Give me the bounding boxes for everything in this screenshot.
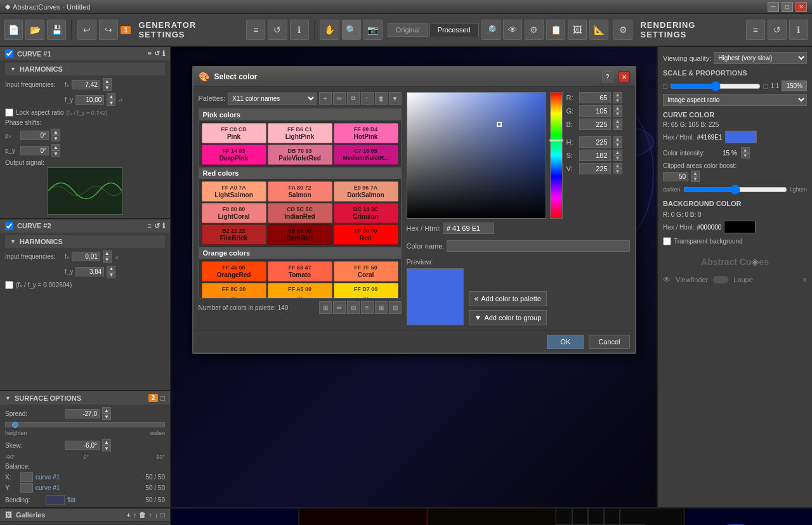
s-input[interactable] xyxy=(579,150,611,161)
pal-more-btn[interactable]: ▼ xyxy=(389,92,402,105)
px-input[interactable] xyxy=(20,131,49,140)
skew-input[interactable] xyxy=(65,441,100,450)
color-gold[interactable]: FF D7 00 ... xyxy=(334,283,398,299)
gallery-export-icon[interactable]: ↑ xyxy=(133,511,137,519)
intensity-down[interactable]: ▼ xyxy=(741,153,750,159)
v-input[interactable] xyxy=(579,163,611,174)
freq-y-up[interactable]: ▲ xyxy=(107,93,115,100)
color-palevioletred[interactable]: DB 70 93 PaleVioletRed xyxy=(268,145,332,165)
color-list[interactable]: Pink colors FF C0 CB Pink FF B6 C1 Light… xyxy=(199,108,402,299)
color-orangered[interactable]: FF 45 00 OrangeRed xyxy=(202,261,266,282)
freq-x-up[interactable]: ▲ xyxy=(103,78,112,84)
freq-y-down[interactable]: ▼ xyxy=(107,100,115,106)
thumb-3[interactable]: microphone grid xyxy=(556,509,684,525)
curve1-reset-icon[interactable]: ↺ xyxy=(154,49,160,58)
py-input[interactable] xyxy=(20,146,49,155)
dialog-help-button[interactable]: ? xyxy=(602,71,613,82)
h-input[interactable] xyxy=(579,136,611,148)
py-down[interactable]: ▼ xyxy=(51,150,60,157)
gallery-up-icon[interactable]: ↑ xyxy=(148,511,152,519)
color-darkorange[interactable]: FF 8C 00 ... xyxy=(202,283,266,299)
color-firebrick[interactable]: B2 22 22 FireBrick xyxy=(202,224,266,245)
view-icon-5[interactable]: 🖼 xyxy=(568,20,587,40)
pal-delete-btn[interactable]: 🗑 xyxy=(375,92,388,105)
px-up[interactable]: ▲ xyxy=(51,129,60,135)
curve2-menu-icon[interactable]: ≡ xyxy=(148,222,152,230)
freq-y-input[interactable] xyxy=(75,95,104,105)
camera-button[interactable]: 📷 xyxy=(363,20,383,40)
c2-freq-x-input[interactable] xyxy=(72,252,100,261)
zoom-tool-button[interactable]: 🔍 xyxy=(342,20,361,40)
redo-button[interactable]: ↪ xyxy=(99,20,118,40)
b-up[interactable]: ▲ xyxy=(613,119,622,124)
color-hotpink[interactable]: FF 69 B4 HotPink xyxy=(334,123,398,143)
g-down[interactable]: ▼ xyxy=(613,111,622,117)
footer-btn-6[interactable]: ⊟ xyxy=(389,301,402,314)
undo-button[interactable]: ↩ xyxy=(77,20,96,40)
rendering-reset-button[interactable]: ↺ xyxy=(768,20,787,40)
c2-freq-y-input[interactable] xyxy=(75,267,104,276)
b-down[interactable]: ▼ xyxy=(613,124,622,130)
spread-down[interactable]: ▼ xyxy=(102,413,111,420)
color-lightcoral[interactable]: F0 80 80 LightCoral xyxy=(202,203,266,223)
color-lightpink[interactable]: FF B6 C1 LightPink xyxy=(268,123,332,143)
rendering-menu-button[interactable]: ≡ xyxy=(746,20,765,40)
b-input[interactable] xyxy=(579,119,611,130)
s-down[interactable]: ▼ xyxy=(613,155,622,161)
aspect-ratio-select[interactable]: Image aspect ratio xyxy=(663,94,807,106)
view-icon-6[interactable]: 📐 xyxy=(589,20,608,40)
view-icon-2[interactable]: 👁 xyxy=(503,20,522,40)
spread-slider[interactable] xyxy=(5,422,165,427)
boost-down[interactable]: ▼ xyxy=(691,176,700,182)
curve1-checkbox[interactable] xyxy=(5,49,13,58)
close-button[interactable]: ✕ xyxy=(796,2,807,12)
transparent-checkbox[interactable] xyxy=(663,237,671,245)
rendering-info-button[interactable]: ℹ xyxy=(789,20,808,40)
color-indianred[interactable]: CD 5C 5C IndianRed xyxy=(268,203,332,223)
color-tomato[interactable]: FF 63 47 Tomato xyxy=(268,261,332,282)
freq-x-input[interactable] xyxy=(72,80,100,89)
rendering-settings-icon[interactable]: ⚙ xyxy=(613,20,632,40)
tab-original[interactable]: Original xyxy=(388,23,428,37)
color-name-input[interactable] xyxy=(447,240,629,252)
hand-tool-button[interactable]: ✋ xyxy=(320,20,339,40)
thumb-2[interactable]: golden thin lines xyxy=(428,509,556,525)
view-icon-1[interactable]: 🔎 xyxy=(481,20,501,40)
intensity-up[interactable]: ▲ xyxy=(741,147,750,153)
scale-slider[interactable] xyxy=(670,81,761,91)
curve1-menu-icon[interactable]: ≡ xyxy=(148,49,152,58)
color-orange[interactable]: FF A5 00 ... xyxy=(268,283,332,299)
c2-freq-y-down[interactable]: ▼ xyxy=(107,272,115,278)
color-pink[interactable]: FF C0 CB Pink xyxy=(202,123,266,143)
view-icon-4[interactable]: 📋 xyxy=(546,20,565,40)
thumb-4[interactable] xyxy=(685,509,812,525)
thumb-1[interactable]: sunrise xyxy=(299,509,428,525)
v-up[interactable]: ▲ xyxy=(613,163,622,169)
bg-color-swatch[interactable] xyxy=(724,221,756,233)
new-file-button[interactable]: 📄 xyxy=(4,20,23,40)
curve-color-swatch[interactable] xyxy=(725,131,757,143)
color-red[interactable]: FF 00 00 Red xyxy=(334,224,398,245)
dialog-cancel-button[interactable]: Cancel xyxy=(589,335,629,349)
color-gradient[interactable] xyxy=(407,92,546,219)
color-mediumvioletred[interactable]: C7 15 85 MediumVioletR... xyxy=(334,145,398,165)
curve1-info-icon[interactable]: ℹ xyxy=(162,49,165,58)
px-down[interactable]: ▼ xyxy=(51,135,60,141)
spread-input[interactable] xyxy=(65,409,100,418)
gallery-expand-icon[interactable]: □ xyxy=(160,511,165,519)
hex-dialog-input[interactable] xyxy=(443,223,494,234)
add-to-group-button[interactable]: ▼ Add color to group xyxy=(469,310,547,325)
boost-input[interactable] xyxy=(663,172,688,181)
gallery-delete-icon[interactable]: 🗑 xyxy=(139,511,146,519)
color-darksalmon[interactable]: E9 96 7A DarkSalmon xyxy=(334,181,398,202)
gallery-add-icon[interactable]: + xyxy=(126,511,130,519)
boost-up[interactable]: ▲ xyxy=(691,171,700,176)
palette-select[interactable]: X11 color names xyxy=(228,93,316,105)
c2-freq-x-up[interactable]: ▲ xyxy=(103,250,112,257)
g-input[interactable] xyxy=(579,105,611,117)
dialog-close-button[interactable]: ✕ xyxy=(619,71,630,82)
footer-btn-3[interactable]: ⊟ xyxy=(347,301,360,314)
r-up[interactable]: ▲ xyxy=(613,92,622,98)
skew-up[interactable]: ▲ xyxy=(102,439,111,445)
view-icon-3[interactable]: ⚙ xyxy=(525,20,544,40)
